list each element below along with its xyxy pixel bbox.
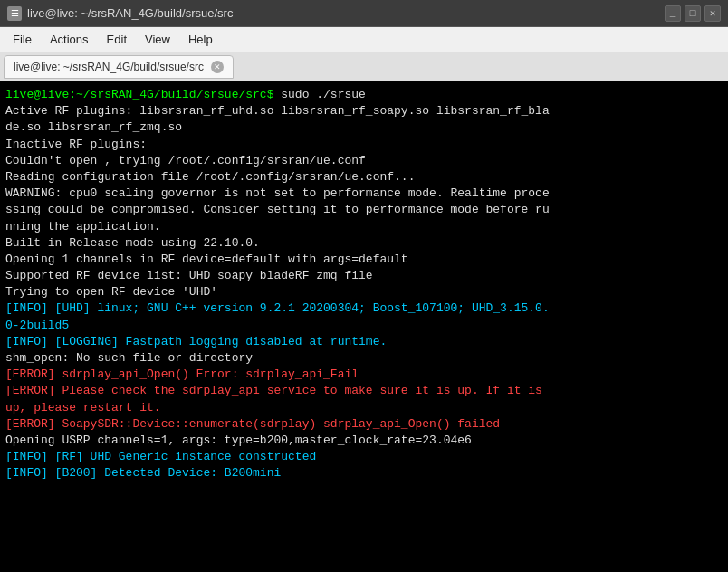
tab-close-button[interactable]: ✕ <box>211 61 224 73</box>
terminal-line: Supported RF device list: UHD soapy blad… <box>5 268 723 284</box>
close-button[interactable]: ✕ <box>704 5 721 22</box>
title-bar-left: ☰ live@live: ~/srsRAN_4G/build/srsue/src <box>7 6 233 21</box>
terminal-icon: ☰ <box>7 6 22 21</box>
terminal-line: nning the application. <box>5 219 723 235</box>
menu-actions[interactable]: Actions <box>41 29 98 50</box>
terminal-line: Built in Release mode using 22.10.0. <box>5 235 723 252</box>
menu-view[interactable]: View <box>136 29 179 50</box>
terminal-line: [INFO] [RF] UHD Generic instance constru… <box>5 449 723 465</box>
title-bar: ☰ live@live: ~/srsRAN_4G/build/srsue/src… <box>0 0 728 27</box>
terminal-line: ssing could be compromised. Consider set… <box>5 202 723 218</box>
terminal-line: Couldn't open , trying /root/.config/srs… <box>5 153 723 169</box>
terminal-prompt: live@live:~/srsRAN_4G/build/srsue/src$ <box>5 88 273 101</box>
window-title: live@live: ~/srsRAN_4G/build/srsue/src <box>27 6 233 20</box>
terminal-line: [INFO] [LOGGING] Fastpath logging disabl… <box>5 334 723 350</box>
terminal-line: 0-2build5 <box>5 318 723 334</box>
tab-label: live@live: ~/srsRAN_4G/build/srsue/src <box>14 61 204 73</box>
terminal-line: Inactive RF plugins: <box>5 137 723 153</box>
terminal-line: Opening USRP channels=1, args: type=b200… <box>5 433 723 449</box>
menu-file[interactable]: File <box>4 29 41 50</box>
terminal-command: sudo ./srsue <box>273 88 365 101</box>
terminal-line: [INFO] [B200] Detected Device: B200mini <box>5 465 723 481</box>
minimize-button[interactable]: _ <box>665 5 681 22</box>
terminal-line: [ERROR] Please check the sdrplay_api ser… <box>5 383 723 399</box>
terminal-line: [ERROR] SoapySDR::Device::enumerate(sdrp… <box>5 416 723 433</box>
menu-help[interactable]: Help <box>179 29 222 50</box>
terminal-line: Trying to open RF device 'UHD' <box>5 284 723 300</box>
terminal-line: WARNING: cpu0 scaling governor is not se… <box>5 186 723 202</box>
tab-bar: live@live: ~/srsRAN_4G/build/srsue/src ✕ <box>0 52 728 81</box>
terminal-tab[interactable]: live@live: ~/srsRAN_4G/build/srsue/src ✕ <box>4 55 234 79</box>
menu-edit[interactable]: Edit <box>98 29 136 50</box>
menu-bar: File Actions Edit View Help <box>0 27 728 52</box>
terminal-line: [ERROR] sdrplay_api_Open() Error: sdrpla… <box>5 367 723 383</box>
terminal-line: Opening 1 channels in RF device=default … <box>5 252 723 268</box>
maximize-button[interactable]: □ <box>685 5 701 22</box>
terminal-line: shm_open: No such file or directory <box>5 350 723 367</box>
terminal-line: Active RF plugins: libsrsran_rf_uhd.so l… <box>5 103 723 119</box>
window-controls: _ □ ✕ <box>665 5 721 22</box>
terminal-line: [INFO] [UHD] linux; GNU C++ version 9.2.… <box>5 300 723 317</box>
terminal-line: up, please restart it. <box>5 400 723 416</box>
terminal-output[interactable]: live@live:~/srsRAN_4G/build/srsue/src$ s… <box>0 81 728 572</box>
terminal-line: de.so libsrsran_rf_zmq.so <box>5 119 723 136</box>
terminal-line: Reading configuration file /root/.config… <box>5 169 723 186</box>
